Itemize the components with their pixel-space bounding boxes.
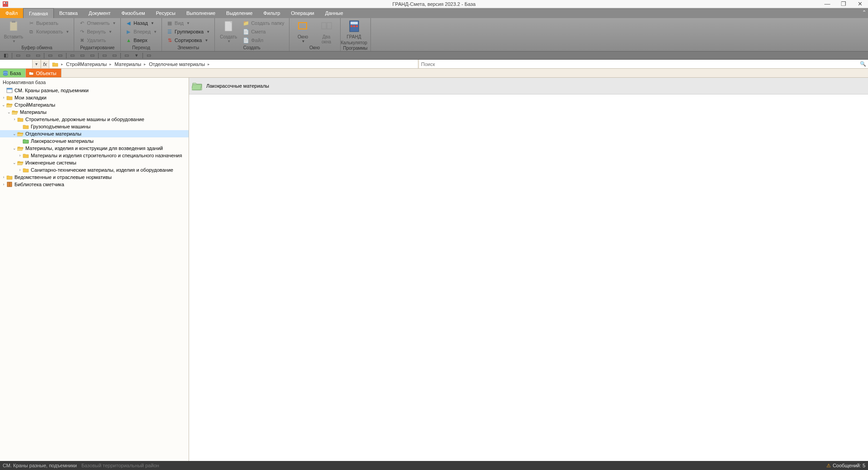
ribbon-tab-operations[interactable]: Операции	[285, 8, 319, 18]
tree-node[interactable]: ⌄Отделочные материалы	[0, 130, 189, 137]
minimize-button[interactable]: —	[819, 0, 835, 8]
ribbon-tab-filter[interactable]: Фильтр	[258, 8, 285, 18]
collapse-icon[interactable]: ⌄	[1, 103, 6, 107]
cut-button[interactable]: ✂Вырезать	[26, 19, 71, 27]
delete-button[interactable]: ✖Удалить	[77, 36, 118, 44]
tree-node[interactable]: СМ. Краны разные, подъемники	[0, 87, 189, 94]
expand-icon[interactable]: ›	[17, 153, 23, 158]
smeta-button[interactable]: 📄Смета	[241, 28, 286, 36]
address-name-box[interactable]	[0, 60, 33, 68]
ribbon-expand-icon[interactable]: ⌃	[862, 9, 866, 15]
collapse-icon[interactable]: ⌄	[12, 146, 17, 150]
chevron-right-icon[interactable]: ▸	[143, 62, 147, 66]
forward-button[interactable]: ▶Вперед▼	[123, 28, 159, 36]
tree-node[interactable]: ⌄Инженерные системы	[0, 159, 189, 166]
copy-button[interactable]: ⧉Копировать▼	[26, 28, 71, 36]
ribbon-tab-physvol[interactable]: Физобъем	[116, 8, 151, 18]
qat-btn-1[interactable]: ◧	[2, 52, 10, 59]
tree-node[interactable]: Грузоподъемные машины	[0, 123, 189, 130]
two-windows-button[interactable]: Два окна	[316, 19, 337, 44]
tree-node[interactable]: ›Ведомственные и отраслевые нормативы	[0, 174, 189, 181]
status-bar: СМ. Краны разные, подъемники Базовый тер…	[0, 461, 868, 470]
tab-objects[interactable]: Объекты	[26, 69, 61, 77]
view-button[interactable]: ▦Вид▼	[165, 19, 212, 27]
tree-node[interactable]: ⌄Материалы	[0, 108, 189, 116]
qat-btn-13[interactable]: ▾	[133, 52, 141, 59]
paste-button[interactable]: Вставить ▼	[3, 19, 24, 43]
expand-icon[interactable]: ›	[12, 117, 17, 122]
ribbon-tab-insert[interactable]: Вставка	[54, 8, 83, 18]
tree-node[interactable]: ›Строительные, дорожные машины и оборудо…	[0, 116, 189, 123]
qat-btn-9[interactable]: ▭	[88, 52, 96, 59]
tree-node[interactable]: ›Материалы и изделия строительного и спе…	[0, 152, 189, 159]
qat-btn-3[interactable]: ▭	[24, 52, 32, 59]
ribbon-tab-file[interactable]: Файл	[0, 8, 23, 18]
expand-icon[interactable]: ›	[1, 182, 6, 187]
ribbon-tab-main[interactable]: Главная	[23, 8, 54, 18]
sorting-button[interactable]: ⇅Сортировка▼	[165, 36, 212, 44]
qat-btn-4[interactable]: ▭	[34, 52, 42, 59]
breadcrumb-seg-1[interactable]: Материалы	[113, 61, 143, 67]
undo-button[interactable]: ↶Отменить▼	[77, 19, 118, 27]
address-dropdown-icon[interactable]: ▾	[33, 60, 41, 68]
qat-btn-7[interactable]: ▭	[68, 52, 76, 59]
tree-node[interactable]: ›Санитарно-технические материалы, издели…	[0, 166, 189, 174]
breadcrumb-root-icon[interactable]	[50, 61, 60, 67]
qat-btn-2[interactable]: ▭	[14, 52, 22, 59]
qat-btn-14[interactable]: ▭	[145, 52, 153, 59]
svg-rect-12	[351, 25, 352, 27]
tree-node[interactable]: Лакокрасочные материалы	[0, 137, 189, 145]
status-messages[interactable]: Сообщений: 5	[833, 463, 865, 468]
tree-node[interactable]: ⌄Материалы, изделия и конструкции для во…	[0, 145, 189, 152]
grand-calc-button[interactable]: ГРАНД Калькулятор	[343, 19, 365, 45]
search-box[interactable]: 🔍	[419, 60, 868, 68]
mkdir-button[interactable]: 📁Создать папку	[241, 19, 286, 27]
tree-node[interactable]: ›Мои закладки	[0, 94, 189, 101]
ribbon-tab-selection[interactable]: Выделение	[221, 8, 258, 18]
maximize-button[interactable]: ❐	[835, 0, 852, 8]
folder-open-icon	[12, 109, 18, 115]
collapse-icon[interactable]: ⌄	[6, 110, 12, 114]
grouping-button[interactable]: ☰Группировка▼	[165, 28, 212, 36]
create-button[interactable]: Создать ▼	[218, 19, 239, 43]
chevron-right-icon[interactable]: ▸	[207, 62, 211, 66]
qat-btn-6[interactable]: ▭	[56, 52, 64, 59]
expand-icon[interactable]: ›	[1, 95, 6, 100]
up-button[interactable]: ▲Вверх	[123, 36, 159, 44]
collapse-icon[interactable]: ⌄	[12, 160, 17, 165]
qat-btn-5[interactable]: ▭	[46, 52, 54, 59]
file-button[interactable]: 📄Файл	[241, 36, 286, 44]
expand-icon[interactable]: ›	[17, 168, 23, 172]
qat-btn-12[interactable]: ▭	[123, 52, 131, 59]
folder-open-icon	[17, 146, 24, 151]
qat-btn-11[interactable]: ▭	[110, 52, 119, 59]
chevron-right-icon[interactable]: ▸	[109, 62, 113, 66]
tab-database[interactable]: База	[0, 69, 26, 77]
qat-btn-8[interactable]: ▭	[78, 52, 86, 59]
close-button[interactable]: ✕	[852, 0, 868, 8]
redo-button[interactable]: ↷Вернуть▼	[77, 28, 118, 36]
ribbon-tab-resources[interactable]: Ресурсы	[151, 8, 181, 18]
search-input[interactable]	[421, 61, 860, 67]
view-icon: ▦	[166, 20, 173, 26]
svg-rect-11	[351, 22, 358, 24]
chevron-right-icon[interactable]: ▸	[60, 62, 64, 66]
ribbon-tab-execution[interactable]: Выполнение	[181, 8, 221, 18]
folder-icon	[23, 167, 29, 173]
breadcrumb-seg-2[interactable]: Отделочные материалы	[147, 61, 207, 67]
search-icon[interactable]: 🔍	[860, 61, 866, 67]
ribbon-tab-document[interactable]: Документ	[83, 8, 116, 18]
fx-icon[interactable]: fx	[41, 60, 49, 68]
breadcrumb-seg-0[interactable]: СтройМатериалы	[64, 61, 109, 67]
content-item[interactable]: Лакокрасочные материалы	[189, 78, 868, 94]
ribbon-tab-data[interactable]: Данные	[320, 8, 349, 18]
collapse-icon[interactable]: ⌄	[12, 132, 17, 136]
back-button[interactable]: ◀Назад▼	[123, 19, 159, 27]
window-button[interactable]: Окно ▼	[292, 19, 314, 43]
tree-node[interactable]: ›Библиотека сметчика	[0, 181, 189, 188]
svg-rect-19	[7, 88, 12, 89]
tree-node[interactable]: ⌄СтройМатериалы	[0, 101, 189, 108]
expand-icon[interactable]: ›	[1, 175, 6, 179]
folder-icon	[23, 124, 29, 129]
qat-btn-10[interactable]: ▭	[100, 52, 109, 59]
